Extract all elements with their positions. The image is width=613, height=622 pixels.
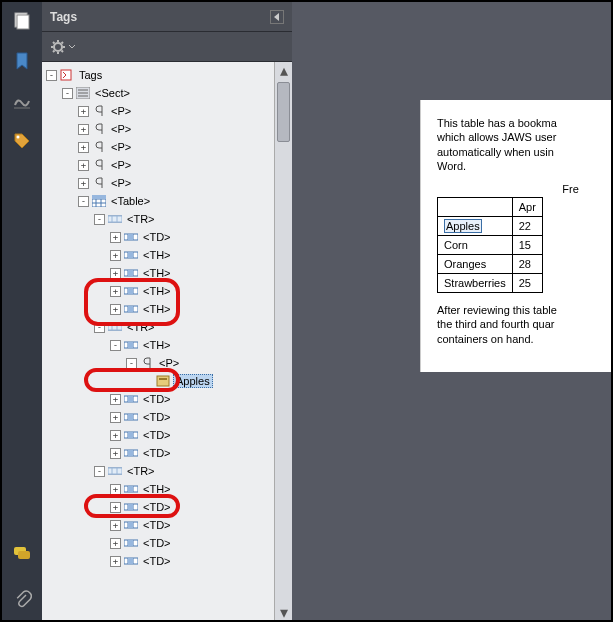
tree-th[interactable]: -<TH> [110,336,274,354]
expander-icon[interactable]: + [110,268,121,279]
doc-cell: Strawberries [438,274,513,293]
svg-line-11 [53,42,55,44]
td-icon [124,429,138,441]
expander-icon[interactable]: + [110,412,121,423]
expander-icon[interactable]: - [62,88,73,99]
scroll-thumb[interactable] [277,82,290,142]
tree-td[interactable]: +<TD> [110,408,274,426]
svg-rect-58 [157,376,169,386]
options-gear-icon[interactable] [50,39,76,55]
expander-icon[interactable]: - [94,214,105,225]
expander-icon[interactable]: - [78,196,89,207]
content-box-icon [156,375,170,387]
expander-icon[interactable]: - [94,322,105,333]
comments-icon[interactable] [11,542,33,564]
doc-paragraph: This table has a bookma which allows JAW… [437,116,611,173]
tree-td[interactable]: +<TD> [110,552,274,570]
tree-p[interactable]: +<P> [78,102,274,120]
tree-td[interactable]: +<TD> [110,228,274,246]
tree-td[interactable]: +<TD> [110,534,274,552]
tags-tree[interactable]: -Tags -<Sect> +<P> +<P> +<P> +<P> +<P> [42,62,274,620]
svg-rect-57 [128,342,133,348]
expander-icon[interactable]: + [110,520,121,531]
signatures-icon[interactable] [11,90,33,112]
expander-icon[interactable]: + [78,178,89,189]
tree-table[interactable]: -<Table> [78,192,274,210]
tree-p[interactable]: +<P> [78,138,274,156]
p-icon [92,159,106,171]
left-icon-strip [2,2,42,620]
svg-line-12 [62,50,64,52]
expander-icon[interactable]: + [110,286,121,297]
td-icon [124,501,138,513]
expander-icon[interactable]: - [110,340,121,351]
tree-p[interactable]: +<P> [78,174,274,192]
svg-line-13 [53,50,55,52]
th-icon [124,285,138,297]
expander-icon[interactable]: + [110,250,121,261]
expander-icon[interactable]: - [46,70,57,81]
svg-rect-99 [128,558,133,564]
p-icon [92,123,106,135]
tree-sect[interactable]: -<Sect> [62,84,274,102]
expander-icon[interactable]: + [110,430,121,441]
scroll-down-arrow-icon[interactable]: ▾ [275,604,292,620]
expander-icon[interactable]: + [110,232,121,243]
expander-icon[interactable]: + [110,538,121,549]
pages-icon[interactable] [11,10,33,32]
expander-icon[interactable]: + [110,556,121,567]
svg-rect-95 [128,540,133,546]
expander-icon[interactable]: + [110,394,121,405]
doc-table: Apr Apples22 Corn15 Oranges28 Strawberri… [437,197,543,293]
expander-icon[interactable]: + [78,106,89,117]
tree-td[interactable]: +<TD> [110,390,274,408]
tree-p[interactable]: +<P> [78,120,274,138]
doc-cell: 22 [512,217,542,236]
tree-th[interactable]: +<TH> [110,246,274,264]
tree-th[interactable]: +<TH> [110,300,274,318]
tree-p[interactable]: +<P> [78,156,274,174]
td-icon [124,519,138,531]
expander-icon[interactable]: + [110,448,121,459]
document-view[interactable]: This table has a bookma which allows JAW… [292,2,611,620]
expander-icon[interactable]: + [78,124,89,135]
expander-icon[interactable]: - [126,358,137,369]
expander-icon[interactable]: + [78,142,89,153]
expander-icon[interactable]: + [110,304,121,315]
attachments-icon[interactable] [11,588,33,610]
tree-th[interactable]: +<TH> [110,282,274,300]
tree-root[interactable]: -Tags [46,66,274,84]
doc-cell: Apples [438,217,513,236]
svg-rect-79 [108,468,122,474]
expander-icon[interactable]: + [110,502,121,513]
td-icon [124,555,138,567]
tree-th[interactable]: +<TH> [110,264,274,282]
expander-icon[interactable]: + [110,484,121,495]
bookmarks-icon[interactable] [11,50,33,72]
tags-tab-icon[interactable] [11,130,33,152]
tree-tr[interactable]: -<TR> [94,462,274,480]
tree-td[interactable]: +<TD> [110,444,274,462]
expander-icon[interactable]: + [78,160,89,171]
doc-cell: Corn [438,236,513,255]
tree-td[interactable]: +<TD> [110,498,274,516]
svg-rect-49 [128,306,133,312]
tree-td[interactable]: +<TD> [110,426,274,444]
panel-toolbar [42,32,292,62]
panel-collapse-button[interactable] [270,10,284,24]
tree-p[interactable]: -<P> [126,354,274,372]
doc-cell [438,198,513,217]
svg-rect-91 [128,522,133,528]
doc-cell: 25 [512,274,542,293]
expander-icon[interactable]: - [94,466,105,477]
tree-td[interactable]: +<TD> [110,516,274,534]
tree-tr[interactable]: -<TR> [94,318,274,336]
tree-scrollbar[interactable]: ▴ ▾ [274,62,292,620]
tree-content-apples[interactable]: Apples [142,372,274,390]
doc-cell: 15 [512,236,542,255]
th-icon [124,267,138,279]
tags-panel: Tags -Tags -<Sect> +<P> [42,2,292,620]
tree-th[interactable]: +<TH> [110,480,274,498]
scroll-up-arrow-icon[interactable]: ▴ [275,62,292,78]
tree-tr[interactable]: -<TR> [94,210,274,228]
